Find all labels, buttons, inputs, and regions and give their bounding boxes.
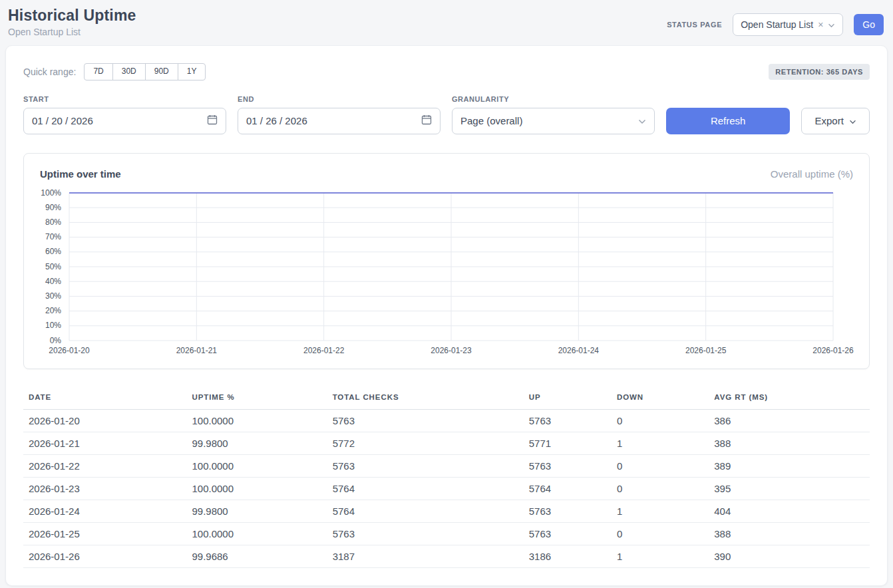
- end-date-label: END: [238, 95, 441, 103]
- table-cell: 2026-01-21: [23, 432, 186, 454]
- y-axis-label: 10%: [45, 321, 61, 330]
- end-date-input[interactable]: 01 / 26 / 2026: [238, 108, 441, 134]
- chart-title: Uptime over time: [40, 168, 121, 180]
- x-axis-label: 2026-01-23: [431, 346, 471, 355]
- x-axis-label: 2026-01-24: [558, 346, 599, 355]
- start-date-value: 01 / 20 / 2026: [32, 115, 93, 126]
- y-axis-label: 90%: [45, 203, 61, 212]
- x-axis-label: 2026-01-25: [685, 346, 726, 355]
- table-cell: 3187: [327, 545, 524, 567]
- start-date-field: START 01 / 20 / 2026: [23, 95, 226, 134]
- table-cell: 0: [612, 477, 709, 500]
- table-header-cell: DATE: [23, 386, 186, 410]
- table-cell: 5763: [524, 522, 612, 545]
- end-date-field: END 01 / 26 / 2026: [238, 95, 441, 134]
- table-header-cell: TOTAL CHECKS: [327, 386, 524, 410]
- quick-range-label: Quick range:: [23, 67, 76, 77]
- table-cell: 2026-01-20: [23, 409, 186, 432]
- table-header-cell: UP: [524, 386, 612, 410]
- table-cell: 99.9800: [186, 500, 327, 522]
- table-cell: 5763: [524, 409, 612, 432]
- table-cell: 389: [709, 454, 870, 477]
- refresh-button[interactable]: Refresh: [666, 108, 790, 134]
- table-row: 2026-01-22100.0000576357630389: [23, 454, 870, 477]
- table-row: 2026-01-25100.0000576357630388: [23, 522, 870, 545]
- table-head: DATEUPTIME %TOTAL CHECKSUPDOWNAVG RT (MS…: [23, 386, 870, 410]
- table-cell: 1: [612, 500, 709, 522]
- chart-x-axis: 2026-01-202026-01-212026-01-222026-01-23…: [69, 346, 833, 358]
- table-cell: 5763: [524, 454, 612, 477]
- table-row: 2026-01-20100.0000576357630386: [23, 409, 870, 432]
- quick-range-7d-button[interactable]: 7D: [84, 63, 112, 80]
- table-cell: 5763: [327, 454, 524, 477]
- page-title: Historical Uptime: [8, 7, 136, 25]
- table-cell: 2026-01-26: [23, 545, 186, 567]
- table-body: 2026-01-20100.00005763576303862026-01-21…: [23, 409, 870, 567]
- chevron-down-icon: [638, 115, 646, 126]
- chart-y-axis: 0%10%20%30%40%50%60%70%80%90%100%: [40, 193, 69, 341]
- table-cell: 386: [709, 409, 870, 432]
- table-header-cell: DOWN: [612, 386, 709, 410]
- table-header-cell: AVG RT (MS): [709, 386, 870, 410]
- table-cell: 5763: [327, 522, 524, 545]
- calendar-icon[interactable]: [207, 114, 218, 127]
- y-axis-label: 70%: [45, 232, 61, 241]
- title-block: Historical Uptime Open Startup List: [8, 7, 136, 37]
- table-row: 2026-01-2699.9686318731861390: [23, 545, 870, 567]
- table-cell: 5764: [327, 477, 524, 500]
- chart-header: Uptime over time Overall uptime (%): [40, 168, 853, 180]
- table-cell: 5763: [327, 409, 524, 432]
- quick-range-30d-button[interactable]: 30D: [112, 63, 146, 80]
- retention-badge: RETENTION: 365 DAYS: [769, 64, 870, 80]
- y-axis-label: 20%: [45, 306, 61, 315]
- granularity-label: GRANULARITY: [452, 95, 655, 103]
- y-axis-label: 0%: [50, 336, 61, 345]
- uptime-table: DATEUPTIME %TOTAL CHECKSUPDOWNAVG RT (MS…: [23, 386, 870, 568]
- x-axis-label: 2026-01-26: [812, 346, 853, 355]
- go-button[interactable]: Go: [854, 14, 884, 35]
- calendar-icon[interactable]: [421, 114, 432, 127]
- table-cell: 0: [612, 522, 709, 545]
- y-axis-label: 100%: [41, 188, 61, 198]
- table-cell: 388: [709, 522, 870, 545]
- chart-x-axis-row: 2026-01-202026-01-212026-01-222026-01-23…: [40, 346, 853, 358]
- quick-range-1y-button[interactable]: 1Y: [178, 63, 206, 80]
- clear-selection-icon[interactable]: ×: [818, 20, 823, 29]
- table-row: 2026-01-2499.9800576457631404: [23, 500, 870, 522]
- table-cell: 100.0000: [186, 477, 327, 500]
- table-cell: 390: [709, 545, 870, 567]
- chart-body: 0%10%20%30%40%50%60%70%80%90%100%: [40, 193, 853, 341]
- table-cell: 99.9800: [186, 432, 327, 454]
- status-page-label: STATUS PAGE: [667, 21, 722, 29]
- export-button-label: Export: [815, 115, 844, 126]
- chart-plot-area: [69, 193, 833, 341]
- table-cell: 3186: [524, 545, 612, 567]
- chevron-down-icon: [828, 19, 835, 30]
- table-cell: 100.0000: [186, 454, 327, 477]
- quick-range-group: 7D30D90D1Y: [84, 63, 206, 80]
- table-header-cell: UPTIME %: [186, 386, 327, 410]
- export-button[interactable]: Export: [801, 108, 870, 134]
- table-cell: 100.0000: [186, 409, 327, 432]
- table-cell: 1: [612, 545, 709, 567]
- quick-range-90d-button[interactable]: 90D: [145, 63, 178, 80]
- table-header-row: DATEUPTIME %TOTAL CHECKSUPDOWNAVG RT (MS…: [23, 386, 870, 410]
- table-cell: 5763: [524, 500, 612, 522]
- table-row: 2026-01-2199.9800577257711388: [23, 432, 870, 454]
- uptime-chart-card: Uptime over time Overall uptime (%) 0%10…: [23, 153, 870, 369]
- table-cell: 0: [612, 454, 709, 477]
- x-axis-label: 2026-01-20: [49, 346, 89, 355]
- y-axis-label: 30%: [45, 291, 61, 301]
- granularity-select[interactable]: Page (overall): [452, 108, 655, 134]
- page-subtitle: Open Startup List: [8, 27, 136, 37]
- chart-canvas: [69, 193, 833, 341]
- start-date-input[interactable]: 01 / 20 / 2026: [23, 108, 226, 134]
- table-cell: 100.0000: [186, 522, 327, 545]
- y-axis-label: 50%: [45, 262, 61, 271]
- table-cell: 5771: [524, 432, 612, 454]
- main-panel: Quick range: 7D30D90D1Y RETENTION: 365 D…: [5, 45, 888, 586]
- granularity-value: Page (overall): [460, 115, 522, 126]
- status-page-select[interactable]: Open Startup List ×: [733, 13, 843, 36]
- table-cell: 5772: [327, 432, 524, 454]
- status-page-controls: STATUS PAGE Open Startup List × Go: [667, 13, 884, 36]
